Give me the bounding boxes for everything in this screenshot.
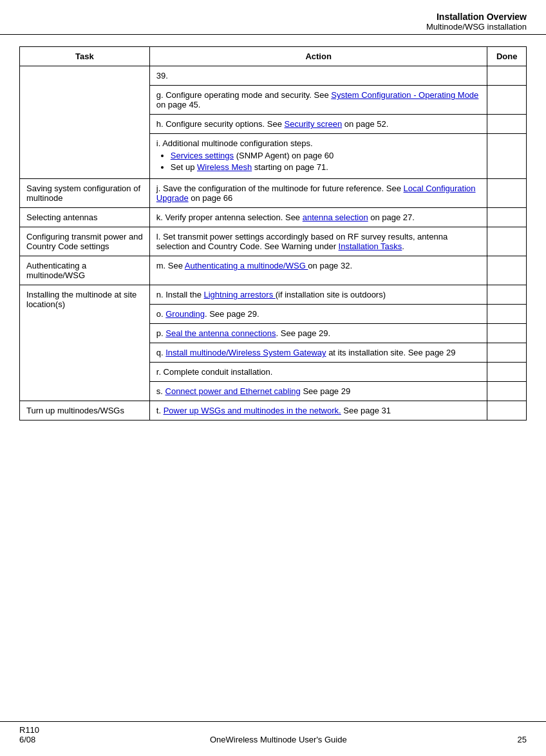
action-cell: l. Set transmit power settings according…: [149, 227, 487, 256]
list-item: Set up Wireless Mesh starting on page 71…: [171, 162, 481, 172]
action-link[interactable]: Authenticating a multinode/WSG: [185, 261, 308, 270]
done-cell: [487, 305, 527, 324]
footer-page-number: 25: [518, 735, 527, 744]
action-cell: s. Connect power and Ethernet cabling Se…: [149, 382, 487, 401]
done-cell: [487, 208, 527, 227]
header-title-main: Installation Overview: [19, 12, 527, 22]
table-row: Authenticating a multinode/WSGm. See Aut…: [20, 256, 527, 285]
action-link[interactable]: Lightning arrestors: [204, 290, 276, 299]
page-footer: R110 6/08 OneWireless Multinode User's G…: [0, 721, 546, 744]
action-link[interactable]: Seal the antenna connections: [165, 328, 276, 338]
action-cell: o. Grounding. See page 29.: [149, 305, 487, 324]
main-table: Task Action Done 39.g. Configure operati…: [19, 46, 527, 421]
footer-revision: R110: [19, 725, 39, 735]
bullet-link[interactable]: Wireless Mesh: [197, 162, 252, 172]
done-cell: [487, 66, 527, 86]
done-cell: [487, 343, 527, 363]
table-row: Saving system configuration of multinode…: [20, 179, 527, 208]
table-row: Selecting antennask. Verify proper anten…: [20, 208, 527, 227]
action-link[interactable]: System Configuration - Operating Mode: [331, 90, 478, 100]
action-cell: n. Install the Lightning arrestors (if i…: [149, 285, 487, 305]
done-cell: [487, 86, 527, 115]
done-cell: [487, 227, 527, 256]
bullet-intro: i. Additional multinode configuration st…: [156, 138, 481, 148]
done-cell: [487, 256, 527, 285]
table-row: Turn up multinodes/WSGst. Power up WSGs …: [20, 401, 527, 421]
action-cell: 39.: [149, 66, 487, 86]
action-link[interactable]: Grounding: [165, 309, 205, 319]
action-cell: j. Save the configuration of the multino…: [149, 179, 487, 208]
bullet-list: Services settings (SNMP Agent) on page 6…: [171, 151, 481, 172]
task-cell: Turn up multinodes/WSGs: [20, 401, 150, 421]
task-cell: Saving system configuration of multinode: [20, 179, 150, 208]
action-cell: h. Configure security options. See Secur…: [149, 115, 487, 134]
task-cell: Selecting antennas: [20, 208, 150, 227]
done-cell: [487, 134, 527, 179]
done-cell: [487, 363, 527, 382]
table-row: Installing the multinode at site locatio…: [20, 285, 527, 305]
done-cell: [487, 324, 527, 343]
footer-center: OneWireless Multinode User's Guide: [39, 735, 517, 744]
action-link[interactable]: Installation Tasks: [339, 241, 402, 251]
action-cell: q. Install multinode/Wireless System Gat…: [149, 343, 487, 363]
action-link[interactable]: Connect power and Ethernet cabling: [165, 386, 301, 396]
col-header-action: Action: [149, 47, 487, 66]
action-cell: r. Complete conduit installation.: [149, 363, 487, 382]
col-header-done: Done: [487, 47, 527, 66]
done-cell: [487, 401, 527, 421]
action-link[interactable]: Local Configuration Upgrade: [156, 184, 476, 203]
action-link[interactable]: Install multinode/Wireless System Gatewa…: [165, 348, 326, 357]
action-cell: p. Seal the antenna connections. See pag…: [149, 324, 487, 343]
action-cell: i. Additional multinode configuration st…: [149, 134, 487, 179]
done-cell: [487, 382, 527, 401]
action-cell: m. See Authenticating a multinode/WSG on…: [149, 256, 487, 285]
task-cell: Installing the multinode at site locatio…: [20, 285, 150, 401]
bullet-link[interactable]: Services settings: [171, 151, 234, 160]
list-item: Services settings (SNMP Agent) on page 6…: [171, 151, 481, 160]
page-header: Installation Overview Multinode/WSG inst…: [0, 0, 546, 35]
action-link[interactable]: Power up WSGs and multinodes in the netw…: [164, 406, 341, 415]
done-cell: [487, 179, 527, 208]
header-title-sub: Multinode/WSG installation: [19, 22, 527, 32]
table-container: Task Action Done 39.g. Configure operati…: [0, 35, 546, 421]
action-link[interactable]: antenna selection: [303, 213, 368, 222]
task-cell: Authenticating a multinode/WSG: [20, 256, 150, 285]
task-cell: [20, 66, 150, 179]
footer-left: R110 6/08: [19, 725, 39, 744]
col-header-task: Task: [20, 47, 150, 66]
action-link[interactable]: Security screen: [285, 119, 343, 129]
action-cell: k. Verify proper antenna selection. See …: [149, 208, 487, 227]
action-cell: g. Configure operating mode and security…: [149, 86, 487, 115]
done-cell: [487, 115, 527, 134]
task-cell: Configuring transmit power and Country C…: [20, 227, 150, 256]
action-cell: t. Power up WSGs and multinodes in the n…: [149, 401, 487, 421]
done-cell: [487, 285, 527, 305]
footer-date: 6/08: [19, 735, 39, 744]
table-row: Configuring transmit power and Country C…: [20, 227, 527, 256]
table-row: 39.: [20, 66, 527, 86]
